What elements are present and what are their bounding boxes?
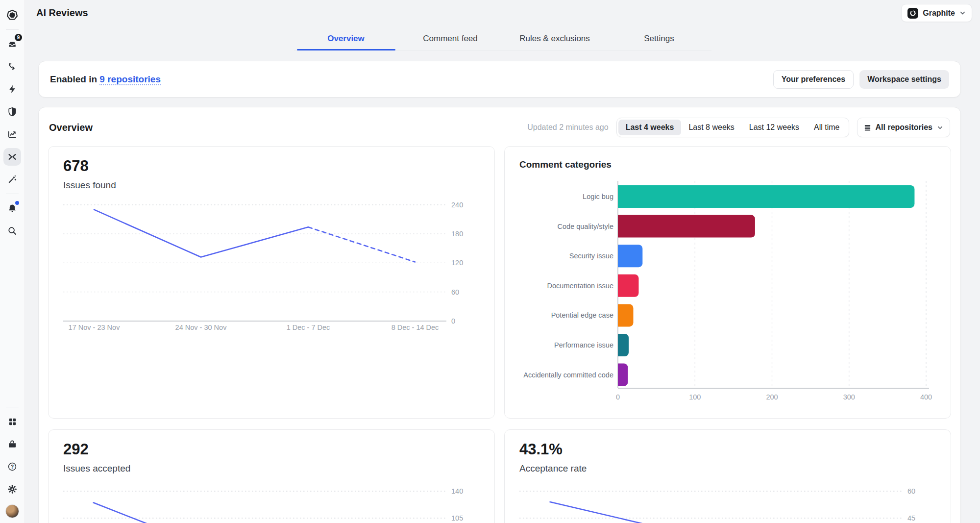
help-icon: ? bbox=[7, 462, 17, 472]
graphite-logo-icon bbox=[909, 10, 916, 17]
svg-text:60: 60 bbox=[451, 288, 459, 296]
time-range-control: Last 4 weeks Last 8 weeks Last 12 weeks … bbox=[616, 118, 849, 137]
tab-rules-exclusions[interactable]: Rules & exclusions bbox=[503, 27, 607, 50]
svg-text:45: 45 bbox=[907, 514, 915, 522]
repositories-link[interactable]: 9 repositories bbox=[99, 74, 161, 85]
tab-settings[interactable]: Settings bbox=[607, 27, 711, 50]
svg-text:400: 400 bbox=[920, 393, 932, 401]
wand-icon bbox=[7, 174, 17, 184]
ai-reviews-icon bbox=[7, 152, 17, 162]
stats-grid: 24018012060017 Nov - 23 Nov24 Nov - 30 N… bbox=[48, 146, 951, 523]
svg-text:105: 105 bbox=[451, 514, 463, 522]
sidebar-item-automations[interactable] bbox=[3, 80, 21, 98]
svg-text:120: 120 bbox=[451, 259, 463, 267]
svg-text:Potential edge case: Potential edge case bbox=[551, 311, 613, 319]
merge-icon bbox=[7, 62, 17, 72]
sidebar: 9 bbox=[0, 0, 25, 523]
sidebar-item-analytics[interactable] bbox=[3, 125, 21, 143]
workspace-settings-button[interactable]: Workspace settings bbox=[859, 70, 949, 89]
sidebar-item-inbox[interactable]: 9 bbox=[3, 35, 21, 53]
sidebar-item-protections[interactable] bbox=[3, 103, 21, 121]
svg-text:Accidentally committed code: Accidentally committed code bbox=[523, 371, 613, 379]
svg-text:Code quality/style: Code quality/style bbox=[558, 223, 613, 230]
svg-text:Documentation issue: Documentation issue bbox=[547, 282, 613, 290]
repository-filter-value: All repositories bbox=[876, 123, 932, 132]
rows-icon bbox=[864, 124, 871, 131]
sidebar-item-notifications[interactable] bbox=[3, 199, 21, 217]
sidebar-item-assist[interactable] bbox=[3, 171, 21, 188]
your-preferences-button[interactable]: Your preferences bbox=[773, 70, 854, 89]
enabled-banner: Enabled in 9 repositories Your preferenc… bbox=[38, 61, 961, 98]
svg-text:8 Dec - 14 Dec: 8 Dec - 14 Dec bbox=[392, 324, 439, 331]
user-avatar[interactable] bbox=[5, 504, 19, 518]
bell-icon bbox=[7, 203, 17, 213]
search-icon bbox=[7, 226, 17, 236]
sidebar-divider bbox=[6, 407, 19, 407]
notification-dot bbox=[15, 201, 19, 205]
workspace-switcher[interactable]: Graphite bbox=[901, 4, 972, 22]
inbox-badge: 9 bbox=[15, 34, 22, 41]
tab-overview[interactable]: Overview bbox=[294, 27, 398, 50]
overview-title: Overview bbox=[49, 122, 93, 133]
overview-card: Overview Updated 2 minutes ago Last 4 we… bbox=[38, 107, 961, 523]
briefcase-icon bbox=[7, 439, 17, 449]
acceptance-rate-label: Acceptance rate bbox=[519, 463, 587, 474]
svg-text:140: 140 bbox=[451, 487, 463, 495]
svg-text:0: 0 bbox=[451, 317, 455, 325]
enabled-text: Enabled in 9 repositories bbox=[50, 74, 161, 85]
inbox-icon bbox=[7, 39, 17, 49]
issues-accepted-card: 140105 292 Issues accepted bbox=[48, 429, 495, 523]
sidebar-item-merge[interactable] bbox=[3, 58, 21, 75]
sidebar-item-help[interactable]: ? bbox=[3, 458, 21, 475]
issues-accepted-chart: 140105 bbox=[49, 430, 495, 523]
sidebar-item-workspace[interactable] bbox=[3, 435, 21, 453]
flash-icon bbox=[7, 84, 17, 94]
acceptance-rate-chart: 6045 bbox=[505, 430, 951, 523]
updated-timestamp: Updated 2 minutes ago bbox=[527, 123, 608, 132]
repository-filter-dropdown[interactable]: All repositories bbox=[857, 118, 950, 137]
sidebar-divider bbox=[6, 194, 19, 194]
svg-text:300: 300 bbox=[843, 393, 855, 401]
sidebar-item-ai-reviews[interactable] bbox=[3, 148, 21, 166]
tab-comment-feed[interactable]: Comment feed bbox=[398, 27, 503, 50]
svg-text:180: 180 bbox=[451, 230, 463, 238]
graphite-logo[interactable] bbox=[3, 6, 21, 24]
page-title: AI Reviews bbox=[36, 7, 88, 19]
time-filter-last-4-weeks[interactable]: Last 4 weeks bbox=[618, 120, 682, 135]
main-content: AI Reviews Overview Comment feed Rules &… bbox=[25, 0, 980, 523]
time-filter-last-12-weeks[interactable]: Last 12 weeks bbox=[742, 120, 807, 135]
svg-text:0: 0 bbox=[616, 393, 620, 401]
svg-text:Logic bug: Logic bug bbox=[583, 193, 613, 200]
sidebar-item-apps[interactable] bbox=[3, 413, 21, 430]
time-filter-all-time[interactable]: All time bbox=[807, 120, 847, 135]
issues-found-label: Issues found bbox=[63, 180, 116, 191]
sidebar-divider bbox=[6, 29, 19, 30]
svg-text:Security issue: Security issue bbox=[569, 252, 613, 260]
overview-header: Overview Updated 2 minutes ago Last 4 we… bbox=[48, 107, 951, 137]
issues-accepted-label: Issues accepted bbox=[63, 463, 130, 474]
issues-found-value: 678 bbox=[63, 157, 89, 175]
graphite-logo-icon bbox=[6, 9, 18, 21]
chevron-down-icon bbox=[959, 10, 966, 16]
acceptance-rate-value: 43.1% bbox=[519, 441, 563, 458]
sidebar-item-settings[interactable] bbox=[3, 480, 21, 498]
chevron-down-icon bbox=[937, 125, 943, 131]
workspace-name: Graphite bbox=[923, 9, 955, 18]
shield-icon bbox=[7, 107, 17, 117]
sidebar-item-search[interactable] bbox=[3, 222, 21, 240]
comment-categories-title: Comment categories bbox=[519, 159, 612, 170]
analytics-icon bbox=[7, 129, 17, 139]
svg-text:17 Nov - 23 Nov: 17 Nov - 23 Nov bbox=[69, 324, 121, 331]
time-filter-last-8-weeks[interactable]: Last 8 weeks bbox=[681, 120, 741, 135]
svg-text:?: ? bbox=[11, 464, 14, 470]
banner-actions: Your preferences Workspace settings bbox=[773, 70, 949, 89]
svg-text:200: 200 bbox=[766, 393, 778, 401]
issues-accepted-value: 292 bbox=[63, 441, 89, 458]
topbar: AI Reviews Overview Comment feed Rules &… bbox=[25, 0, 980, 50]
svg-text:Performance issue: Performance issue bbox=[554, 341, 613, 349]
svg-text:24 Nov - 30 Nov: 24 Nov - 30 Nov bbox=[175, 324, 227, 331]
graphite-logo-badge bbox=[907, 8, 918, 19]
svg-text:100: 100 bbox=[689, 393, 701, 401]
svg-text:1 Dec - 7 Dec: 1 Dec - 7 Dec bbox=[287, 324, 330, 331]
apps-grid-icon bbox=[8, 417, 17, 426]
